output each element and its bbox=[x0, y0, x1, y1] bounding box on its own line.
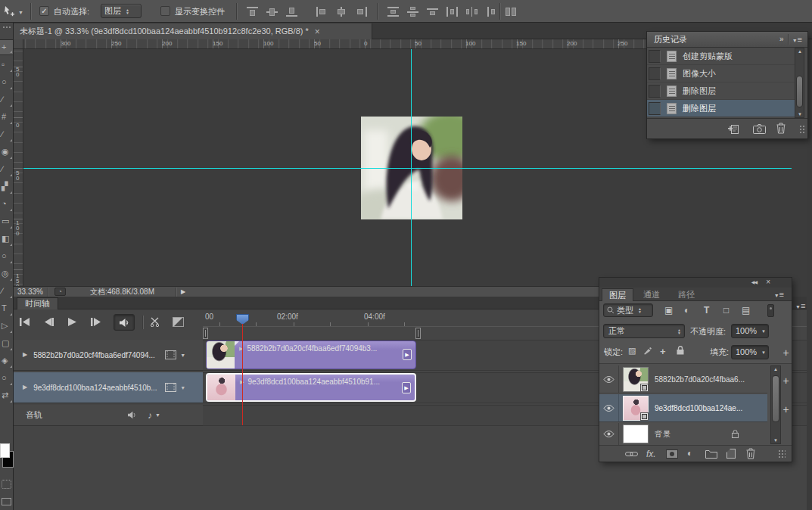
align-horizontal-centers-icon[interactable] bbox=[336, 7, 347, 17]
next-frame-icon[interactable] bbox=[91, 318, 101, 326]
layer-thumbnail[interactable] bbox=[623, 396, 649, 421]
panel-resize-grip[interactable] bbox=[799, 125, 805, 134]
play-icon[interactable] bbox=[68, 318, 76, 326]
filtering-toggle[interactable] bbox=[767, 304, 774, 317]
tool-history-brush[interactable]: ◔ bbox=[0, 197, 13, 213]
auto-select-target-dropdown[interactable]: 图层 ▲▼ bbox=[101, 4, 142, 18]
ruler-origin-corner[interactable] bbox=[14, 39, 23, 49]
history-source-checkbox[interactable] bbox=[649, 50, 661, 63]
distribute-top-edges-icon[interactable] bbox=[387, 7, 399, 17]
lock-position-icon[interactable]: + bbox=[660, 347, 666, 356]
clip-properties-icon[interactable]: ▶ bbox=[403, 349, 412, 360]
layers-scrollbar[interactable]: ▲ ▼ bbox=[770, 365, 781, 444]
scroll-down-icon[interactable]: ▼ bbox=[773, 438, 778, 443]
filter-adjustment-layers-icon[interactable]: ◐ bbox=[684, 306, 689, 315]
layer-row-selected[interactable]: 9e3df8dcd100baa124ae... bbox=[599, 394, 767, 422]
audio-track-row[interactable]: 音轨 ♪ ▼ bbox=[14, 405, 203, 426]
lock-transparency-icon[interactable]: ▨ bbox=[628, 347, 636, 355]
fade-handle[interactable] bbox=[235, 341, 239, 346]
tool-dodge[interactable]: ◎ bbox=[0, 266, 13, 282]
clip-properties-icon[interactable]: ▶ bbox=[402, 382, 411, 393]
video-clip-selected[interactable]: ▶ 9e3df8dcd100baa124aeabbf4510b91... ▶ bbox=[206, 373, 416, 402]
go-to-first-frame-icon[interactable] bbox=[20, 318, 30, 326]
tool-quick-selection[interactable]: ∕ bbox=[0, 92, 13, 108]
collapse-panel-icon[interactable]: » bbox=[779, 36, 784, 43]
layers-panel-drag-bar[interactable]: ◀◀ × bbox=[599, 278, 792, 288]
layer-visibility-toggle[interactable] bbox=[599, 365, 619, 393]
scrollbar-thumb[interactable] bbox=[772, 375, 779, 422]
tool-preset-arrow-icon[interactable]: ▼ bbox=[18, 10, 23, 15]
horizontal-guide[interactable] bbox=[23, 168, 792, 169]
layer-visibility-toggle[interactable] bbox=[599, 423, 619, 445]
align-top-edges-icon[interactable] bbox=[247, 7, 258, 17]
tool-hand[interactable]: ◈ bbox=[0, 353, 13, 369]
history-item[interactable]: 删除图层 bbox=[647, 82, 795, 100]
lock-pixels-icon[interactable] bbox=[643, 347, 652, 355]
align-left-edges-icon[interactable] bbox=[316, 7, 328, 17]
distribute-left-edges-icon[interactable] bbox=[446, 7, 458, 17]
delete-state-icon[interactable] bbox=[776, 123, 786, 134]
layer-filter-dropdown[interactable]: 类型 ▲▼ bbox=[603, 303, 653, 317]
align-right-edges-icon[interactable] bbox=[356, 7, 367, 17]
show-transform-checkbox[interactable]: ✓ bbox=[160, 6, 170, 16]
distribute-horizontal-centers-icon[interactable] bbox=[466, 7, 478, 17]
blend-mode-dropdown[interactable]: 正常 ▲▼ bbox=[603, 324, 685, 338]
video-track-icon[interactable] bbox=[165, 383, 176, 392]
panel-menu-icon[interactable]: ▼≡ bbox=[792, 36, 802, 44]
track-options-arrow-icon[interactable]: ▼ bbox=[180, 353, 185, 358]
add-media-button[interactable]: + bbox=[780, 347, 792, 359]
transition-icon[interactable] bbox=[173, 317, 184, 327]
tool-shape[interactable]: ▢ bbox=[0, 336, 13, 352]
tab-paths[interactable]: 路径 bbox=[671, 288, 702, 301]
scroll-down-icon[interactable]: ▼ bbox=[798, 112, 802, 117]
track-options-arrow-icon[interactable]: ▼ bbox=[180, 385, 185, 390]
split-at-playhead-icon[interactable] bbox=[150, 317, 161, 327]
status-options-arrow-icon[interactable]: ▶ bbox=[181, 289, 185, 295]
add-media-button[interactable]: + bbox=[780, 404, 792, 415]
filter-shape-layers-icon[interactable]: □ bbox=[723, 306, 729, 315]
close-panel-icon[interactable]: × bbox=[766, 278, 770, 286]
quick-mask-icon[interactable] bbox=[2, 480, 11, 489]
distribute-bottom-edges-icon[interactable] bbox=[427, 7, 438, 17]
audio-mute-icon[interactable] bbox=[127, 411, 137, 419]
filter-smart-objects-icon[interactable]: ▤ bbox=[742, 306, 750, 315]
tool-type[interactable]: T bbox=[0, 301, 13, 317]
layer-style-icon[interactable]: fx. bbox=[646, 449, 656, 459]
tool-healing-brush[interactable]: ◉ bbox=[0, 145, 13, 160]
new-layer-icon[interactable] bbox=[726, 449, 736, 459]
tool-gradient[interactable]: ◧ bbox=[0, 232, 13, 247]
mute-audio-button[interactable] bbox=[114, 314, 135, 331]
work-area-end-marker[interactable] bbox=[415, 328, 421, 339]
foreground-color-swatch[interactable] bbox=[0, 443, 10, 458]
distribute-right-edges-icon[interactable] bbox=[486, 7, 497, 17]
previous-frame-icon[interactable] bbox=[44, 318, 54, 326]
history-item-selected[interactable]: 删除图层 bbox=[647, 100, 795, 117]
distribute-vertical-centers-icon[interactable] bbox=[407, 7, 418, 17]
tool-zoom[interactable]: ○ bbox=[0, 371, 13, 387]
new-document-from-state-icon[interactable] bbox=[728, 123, 740, 135]
vertical-guide[interactable] bbox=[411, 49, 412, 297]
scratch-disk-icon[interactable]: ◔ bbox=[54, 288, 66, 296]
layer-row[interactable]: 5882b2b7d0a20cf4fbaa6... bbox=[599, 365, 767, 393]
align-bottom-edges-icon[interactable] bbox=[286, 7, 297, 17]
background-layer-row[interactable]: 背景 bbox=[599, 423, 767, 446]
tool-pen[interactable]: ∕ bbox=[0, 284, 13, 300]
tool-blur[interactable]: ○ bbox=[0, 249, 13, 265]
opacity-field[interactable]: 100% ▼ bbox=[731, 324, 769, 338]
scroll-up-icon[interactable]: ▲ bbox=[798, 49, 802, 54]
history-scrollbar[interactable]: ▲ ▼ bbox=[795, 48, 804, 118]
scrollbar-thumb[interactable] bbox=[796, 76, 803, 107]
screen-mode-icon[interactable] bbox=[2, 498, 11, 505]
panel-menu-icon[interactable]: ▼≡ bbox=[774, 291, 784, 299]
vertical-ruler[interactable]: 50 0 50 100 150 bbox=[14, 49, 23, 297]
fill-field[interactable]: 100% ▼ bbox=[731, 345, 769, 359]
new-adjustment-layer-icon[interactable]: ◐ bbox=[687, 449, 692, 458]
new-snapshot-icon[interactable] bbox=[753, 124, 766, 134]
panel-resize-grip[interactable] bbox=[778, 449, 786, 459]
filter-type-layers-icon[interactable]: T bbox=[704, 306, 709, 315]
video-track-icon[interactable] bbox=[165, 350, 176, 359]
tab-channels[interactable]: 通道 bbox=[636, 288, 667, 301]
tool-rotate-view[interactable]: ⇄ bbox=[0, 388, 13, 404]
new-group-icon[interactable] bbox=[705, 449, 717, 459]
work-area-start-marker[interactable] bbox=[203, 328, 208, 339]
